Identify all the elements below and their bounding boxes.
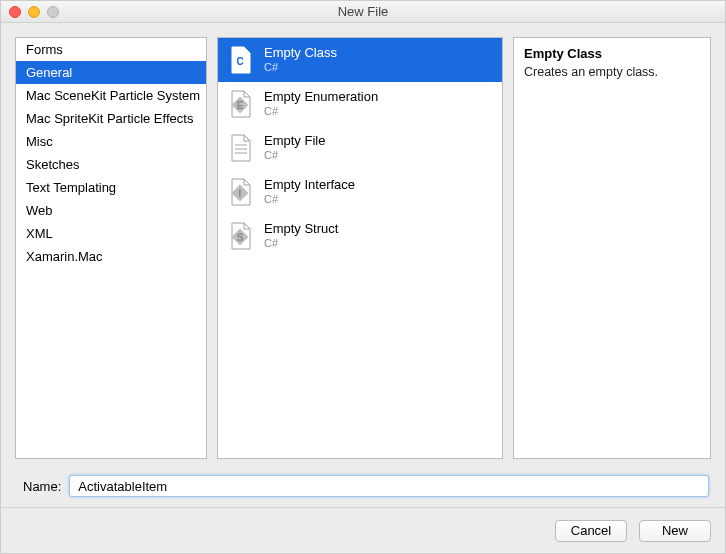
category-item[interactable]: Web <box>16 199 206 222</box>
template-text: Empty FileC# <box>264 134 325 162</box>
template-text: Empty ClassC# <box>264 46 337 74</box>
file-template-icon: C <box>228 44 254 76</box>
category-item[interactable]: Sketches <box>16 153 206 176</box>
template-text: Empty EnumerationC# <box>264 90 378 118</box>
titlebar: New File <box>1 1 725 23</box>
name-row: Name: <box>1 467 725 507</box>
template-text: Empty InterfaceC# <box>264 178 355 206</box>
category-item[interactable]: Misc <box>16 130 206 153</box>
template-list[interactable]: C Empty ClassC# E Empty EnumerationC# Em… <box>217 37 503 459</box>
template-name: Empty Interface <box>264 178 355 193</box>
template-language: C# <box>264 237 338 250</box>
new-file-dialog: New File FormsGeneralMac SceneKit Partic… <box>0 0 726 554</box>
template-language: C# <box>264 149 325 162</box>
minimize-icon[interactable] <box>28 6 40 18</box>
template-text: Empty StructC# <box>264 222 338 250</box>
template-item[interactable]: Empty FileC# <box>218 126 502 170</box>
category-item[interactable]: XML <box>16 222 206 245</box>
window-title: New File <box>1 4 725 19</box>
panels: FormsGeneralMac SceneKit Particle System… <box>1 23 725 467</box>
category-item[interactable]: Text Templating <box>16 176 206 199</box>
file-template-icon: S <box>228 220 254 252</box>
template-item[interactable]: S Empty StructC# <box>218 214 502 258</box>
svg-text:I: I <box>239 188 242 199</box>
file-template-icon <box>228 132 254 164</box>
close-icon[interactable] <box>9 6 21 18</box>
template-language: C# <box>264 105 378 118</box>
name-label: Name: <box>23 479 61 494</box>
template-name: Empty File <box>264 134 325 149</box>
category-item[interactable]: Mac SpriteKit Particle Effects <box>16 107 206 130</box>
template-name: Empty Class <box>264 46 337 61</box>
description-pane: Empty Class Creates an empty class. <box>513 37 711 459</box>
template-name: Empty Enumeration <box>264 90 378 105</box>
category-list[interactable]: FormsGeneralMac SceneKit Particle System… <box>15 37 207 459</box>
traffic-lights <box>9 6 59 18</box>
new-button[interactable]: New <box>639 520 711 542</box>
cancel-button[interactable]: Cancel <box>555 520 627 542</box>
category-item[interactable]: General <box>16 61 206 84</box>
category-item[interactable]: Mac SceneKit Particle System <box>16 84 206 107</box>
dialog-footer: Cancel New <box>1 507 725 553</box>
description-title: Empty Class <box>524 46 700 61</box>
svg-text:E: E <box>237 100 244 111</box>
template-item[interactable]: I Empty InterfaceC# <box>218 170 502 214</box>
zoom-icon[interactable] <box>47 6 59 18</box>
template-item[interactable]: E Empty EnumerationC# <box>218 82 502 126</box>
template-language: C# <box>264 193 355 206</box>
template-item[interactable]: C Empty ClassC# <box>218 38 502 82</box>
template-language: C# <box>264 61 337 74</box>
name-input[interactable] <box>69 475 709 497</box>
template-name: Empty Struct <box>264 222 338 237</box>
svg-text:C: C <box>236 56 243 67</box>
file-template-icon: I <box>228 176 254 208</box>
description-body: Creates an empty class. <box>524 65 700 79</box>
dialog-content: FormsGeneralMac SceneKit Particle System… <box>1 23 725 553</box>
category-item[interactable]: Forms <box>16 38 206 61</box>
svg-text:S: S <box>237 232 244 243</box>
file-template-icon: E <box>228 88 254 120</box>
category-item[interactable]: Xamarin.Mac <box>16 245 206 268</box>
